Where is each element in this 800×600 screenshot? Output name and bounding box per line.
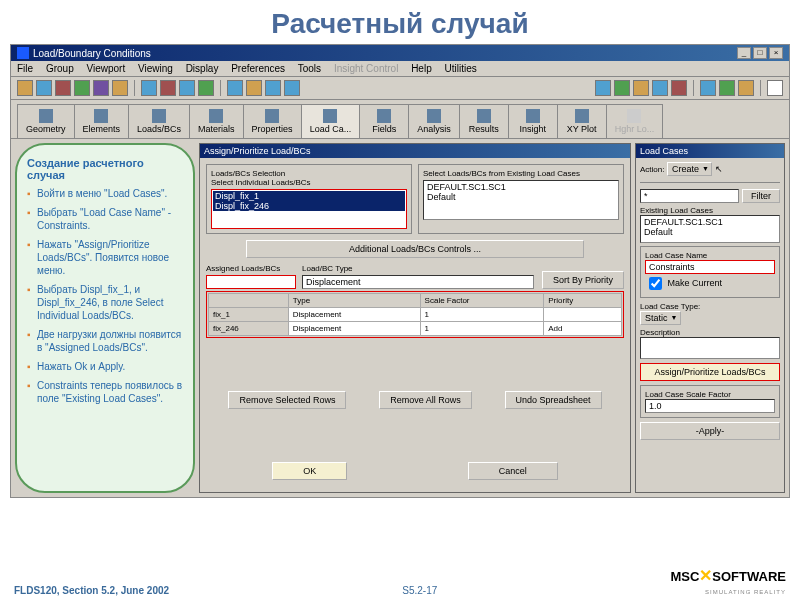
tool-icon[interactable] [17, 80, 33, 96]
apply-button[interactable]: -Apply- [640, 422, 780, 440]
tab-results[interactable]: Results [459, 104, 509, 138]
select-existing-list[interactable]: DEFAULT.SC1.SC1 Default [423, 180, 619, 220]
tool-icon[interactable] [614, 80, 630, 96]
assign-prioritize-button[interactable]: Assign/Prioritize Loads/BCs [640, 363, 780, 381]
menu-group[interactable]: Group [46, 63, 74, 74]
scale-factor-input[interactable]: 1.0 [645, 399, 775, 413]
menu-insight[interactable]: Insight Control [334, 63, 398, 74]
tool-icon[interactable] [93, 80, 109, 96]
tool-icon[interactable] [160, 80, 176, 96]
tool-icon[interactable] [36, 80, 52, 96]
tool-icon[interactable] [227, 80, 243, 96]
remove-all-button[interactable]: Remove All Rows [379, 391, 472, 409]
tab-analysis[interactable]: Analysis [408, 104, 460, 138]
tool-icon[interactable] [198, 80, 214, 96]
page-ref: S5.2-17 [169, 585, 670, 596]
workspace: Создание расчетного случая Войти в меню … [11, 139, 789, 497]
callout-step: Constraints теперь появилось в поле "Exi… [27, 379, 183, 405]
tab-loadsbcs[interactable]: Loads/BCs [128, 104, 190, 138]
tool-icon[interactable] [112, 80, 128, 96]
callout-step: Выбрать Displ_fix_1, и Displ_fix_246, в … [27, 283, 183, 322]
undo-button[interactable]: Undo Spreadsheet [505, 391, 602, 409]
maximize-icon[interactable]: □ [753, 47, 767, 59]
tab-highload[interactable]: Hghr Lo... [606, 104, 664, 138]
callout-title: Создание расчетного случая [27, 157, 183, 181]
type-select[interactable]: Static [640, 311, 681, 325]
sort-priority-button[interactable]: Sort By Priority [542, 271, 624, 289]
tool-icon[interactable] [141, 80, 157, 96]
type-label: Load Case Type: [640, 302, 780, 311]
assigned-table[interactable]: Type Scale Factor Priority fix_1 Displac… [208, 293, 622, 336]
menu-help[interactable]: Help [411, 63, 432, 74]
list-item[interactable]: Displ_fix_1 [213, 191, 405, 201]
tool-icon[interactable] [74, 80, 90, 96]
tool-icon[interactable] [700, 80, 716, 96]
home-icon[interactable] [767, 80, 783, 96]
name-label: Load Case Name [645, 251, 775, 260]
loadcases-panel: Load Cases Action: Create ↖ * Filter Exi… [635, 143, 785, 493]
list-item[interactable]: Displ_fix_246 [213, 201, 405, 211]
tool-icon[interactable] [265, 80, 281, 96]
select-individual-list[interactable]: Displ_fix_1 Displ_fix_246 [211, 189, 407, 229]
cancel-button[interactable]: Cancel [468, 462, 558, 480]
tool-icon[interactable] [246, 80, 262, 96]
list-item[interactable]: Default [642, 227, 778, 237]
callout-step: Нажать Ok и Apply. [27, 360, 183, 373]
tab-insight[interactable]: Insight [508, 104, 558, 138]
tool-icon[interactable] [719, 80, 735, 96]
description-input[interactable] [640, 337, 780, 359]
menu-viewport[interactable]: Viewport [86, 63, 125, 74]
doc-ref: FLDS120, Section 5.2, June 2002 [14, 585, 169, 596]
tab-loadcases[interactable]: Load Ca... [301, 104, 361, 138]
menu-preferences[interactable]: Preferences [231, 63, 285, 74]
additional-controls-button[interactable]: Additional Loads/BCs Controls ... [246, 240, 584, 258]
menu-display[interactable]: Display [186, 63, 219, 74]
tab-properties[interactable]: Properties [243, 104, 302, 138]
menu-utilities[interactable]: Utilities [445, 63, 477, 74]
tab-geometry[interactable]: Geometry [17, 104, 75, 138]
ok-button[interactable]: OK [272, 462, 347, 480]
tool-icon[interactable] [738, 80, 754, 96]
assigned-list[interactable] [206, 275, 296, 289]
tool-icon[interactable] [633, 80, 649, 96]
existing-list[interactable]: DEFAULT.SC1.SC1 Default [640, 215, 780, 243]
slide-title: Расчетный случай [0, 0, 800, 44]
tool-icon[interactable] [652, 80, 668, 96]
action-select[interactable]: Create [667, 162, 712, 176]
table-row[interactable]: fix_246 Displacement 1 Add [209, 322, 622, 336]
tool-icon[interactable] [284, 80, 300, 96]
tool-icon[interactable] [671, 80, 687, 96]
list-item[interactable]: Default [425, 192, 617, 202]
action-label: Action: [640, 165, 664, 174]
tab-elements[interactable]: Elements [74, 104, 130, 138]
make-current-checkbox[interactable]: Make Current [645, 278, 722, 288]
existing-label: Existing Load Cases [640, 206, 780, 215]
tool-icon[interactable] [179, 80, 195, 96]
tab-xyplot[interactable]: XY Plot [557, 104, 607, 138]
close-icon[interactable]: × [769, 47, 783, 59]
menu-file[interactable]: File [17, 63, 33, 74]
tab-materials[interactable]: Materials [189, 104, 244, 138]
select-individual-label: Loads/BCs SelectionSelect Individual Loa… [211, 169, 407, 187]
menubar: File Group Viewport Viewing Display Pref… [11, 61, 789, 77]
table-header: Priority [544, 294, 622, 308]
callout-step: Выбрать "Load Case Name" - Constraints. [27, 206, 183, 232]
loadbc-type-field[interactable]: Displacement [302, 275, 534, 289]
tab-fields[interactable]: Fields [359, 104, 409, 138]
tool-icon[interactable] [55, 80, 71, 96]
loadcase-name-input[interactable]: Constraints [645, 260, 775, 274]
list-item[interactable]: DEFAULT.SC1.SC1 [425, 182, 617, 192]
remove-selected-button[interactable]: Remove Selected Rows [228, 391, 346, 409]
list-item[interactable]: DEFAULT.SC1.SC1 [642, 217, 778, 227]
tool-icon[interactable] [595, 80, 611, 96]
menu-tools[interactable]: Tools [298, 63, 321, 74]
minimize-icon[interactable]: _ [737, 47, 751, 59]
table-row[interactable]: fix_1 Displacement 1 [209, 308, 622, 322]
menu-viewing[interactable]: Viewing [138, 63, 173, 74]
filter-input[interactable]: * [640, 189, 739, 203]
titlebar: Load/Boundary Conditions _ □ × [11, 45, 789, 61]
select-existing-label: Select Loads/BCs from Existing Load Case… [423, 169, 619, 178]
app-window: Load/Boundary Conditions _ □ × File Grou… [10, 44, 790, 498]
slide-footer: FLDS120, Section 5.2, June 2002 S5.2-17 … [0, 566, 800, 596]
filter-button[interactable]: Filter [742, 189, 780, 203]
